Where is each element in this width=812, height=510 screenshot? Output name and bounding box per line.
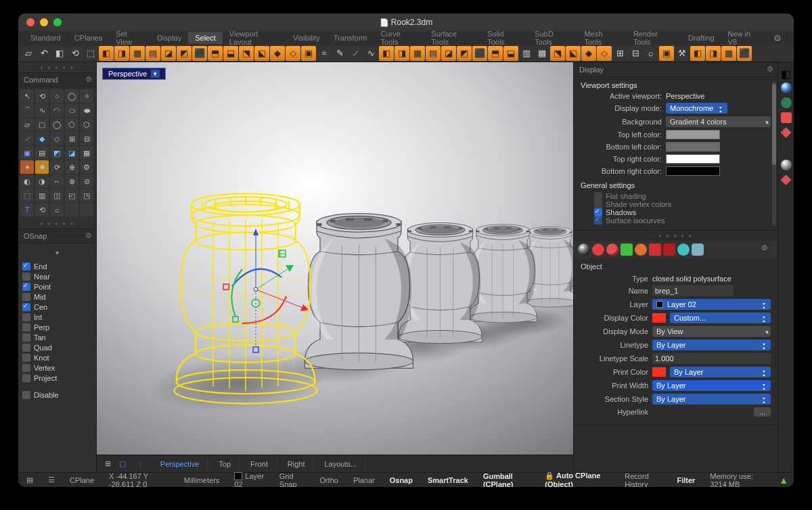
tool-button[interactable]: ◑ <box>35 175 49 188</box>
toolbar-button[interactable]: ▦ <box>130 46 145 61</box>
toolbar-button[interactable]: ⬒ <box>488 46 503 61</box>
tab-top[interactable]: Top <box>210 457 240 471</box>
material-icon[interactable] <box>663 244 675 256</box>
print-color-select[interactable]: By Layer <box>670 367 771 377</box>
background-select[interactable]: Gradient 4 colors <box>666 116 771 127</box>
toolbar-button[interactable]: ⬛ <box>192 46 207 61</box>
gear-icon[interactable]: ⚙ <box>85 75 92 84</box>
tool-button[interactable]: ◳ <box>80 189 93 202</box>
material-settings-icon[interactable]: ⚙ <box>761 244 773 256</box>
toolbar-button[interactable]: ◩ <box>177 46 191 61</box>
material-icon[interactable] <box>621 244 633 256</box>
tool-button[interactable]: ⬭ <box>65 103 78 117</box>
gumball-toggle[interactable]: Gumball (CPlane) <box>480 472 533 488</box>
tool-button[interactable]: ⌒ <box>20 103 34 117</box>
tool-button[interactable]: ◐ <box>20 175 34 188</box>
tool-button[interactable]: ◠ <box>50 103 64 117</box>
print-color-swatch[interactable] <box>652 367 666 377</box>
tool-button[interactable]: ⊗ <box>65 175 78 188</box>
smarttrack-toggle[interactable]: SmartTrack <box>425 476 471 484</box>
tool-button[interactable]: ◇ <box>50 132 64 145</box>
osnap-toggle[interactable]: Osnap <box>387 476 415 484</box>
toolbar-button[interactable]: ✎ <box>332 46 347 61</box>
section-style-select[interactable]: By Layer <box>652 394 771 404</box>
layer-select[interactable]: Layer 02 <box>652 299 771 310</box>
toolbar-button[interactable]: ◧ <box>379 46 394 61</box>
osnap-menu-icon[interactable]: ▾ <box>55 249 59 256</box>
display-check-shadows[interactable]: Shadows <box>594 208 771 216</box>
toolbar-button[interactable]: ◆ <box>270 46 285 61</box>
tool-button[interactable]: ✧ <box>80 89 93 103</box>
osnap-quad[interactable]: Quad <box>22 344 92 352</box>
tool-button[interactable]: ⟲ <box>35 203 49 216</box>
linetype-scale-input[interactable] <box>652 353 771 364</box>
tab-perspective[interactable]: Perspective <box>152 457 208 471</box>
display-color-swatch[interactable] <box>652 313 666 323</box>
toolbar-button[interactable]: ◨ <box>394 46 409 61</box>
status-icon[interactable]: ☰ <box>45 476 58 484</box>
toolbar-button[interactable]: ⌕ <box>644 46 658 61</box>
tool-button[interactable]: ✦ <box>20 160 34 174</box>
tab-front[interactable]: Front <box>242 457 277 471</box>
toolbar-button[interactable]: ◨ <box>114 46 129 61</box>
material-icon[interactable] <box>592 244 604 256</box>
toolbar-button[interactable]: ≈ <box>317 46 332 61</box>
panel-tab-icon[interactable] <box>781 83 792 93</box>
tool-button[interactable] <box>65 203 78 216</box>
tool-button[interactable]: ⟲ <box>35 89 49 103</box>
material-icon[interactable] <box>635 244 647 256</box>
toolbar-button[interactable]: ▦ <box>410 46 425 61</box>
toolbar-button[interactable]: ⊟ <box>628 46 643 61</box>
units-status[interactable]: Millimeters <box>181 476 223 484</box>
object-name-input[interactable] <box>652 285 734 296</box>
material-icon[interactable] <box>692 244 704 256</box>
planar-toggle[interactable]: Planar <box>351 476 378 484</box>
layer-status[interactable]: Layer 02 <box>231 472 267 488</box>
toolbar-button[interactable]: ▩ <box>535 46 549 61</box>
toolbar-button[interactable]: ▱ <box>21 46 36 61</box>
osnap-int[interactable]: Int <box>22 313 92 321</box>
bottom-left-color-swatch[interactable] <box>666 142 720 152</box>
tool-button[interactable]: ⌕ <box>50 203 64 216</box>
ortho-toggle[interactable]: Ortho <box>317 476 341 484</box>
material-icon[interactable] <box>606 244 618 256</box>
tool-button[interactable]: ⊟ <box>80 132 93 145</box>
tool-button[interactable]: ◩ <box>50 146 64 160</box>
tab-drafting[interactable]: Drafting <box>681 32 721 44</box>
tool-button[interactable]: ⟋ <box>20 132 34 145</box>
tab-select[interactable]: Select <box>188 32 223 44</box>
tool-button[interactable]: ∿ <box>35 103 49 117</box>
toolbar-button[interactable]: ◪ <box>441 46 456 61</box>
tab-standard[interactable]: Standard <box>24 32 68 44</box>
toolbar-button[interactable]: ⬒ <box>208 46 223 61</box>
tool-button[interactable]: ▣ <box>20 146 34 160</box>
osnap-knot[interactable]: Knot <box>22 354 92 362</box>
osnap-vertex[interactable]: Vertex <box>22 364 92 372</box>
tool-button[interactable]: ◆ <box>35 132 49 145</box>
auto-cplane-toggle[interactable]: 🔒 Auto CPlane (Object) <box>542 471 612 487</box>
panel-tab-icon[interactable]: ◧ <box>781 68 792 78</box>
cplane-status[interactable]: CPlane <box>67 476 97 484</box>
toolbar-button[interactable]: ◇ <box>597 46 612 61</box>
toolbar-button[interactable]: ⬔ <box>239 46 254 61</box>
tool-button[interactable]: ⬡ <box>80 118 93 131</box>
tab-layouts[interactable]: Layouts... <box>316 457 365 471</box>
tool-button[interactable]: ↖ <box>20 89 34 103</box>
tool-button[interactable]: T <box>20 203 34 216</box>
tool-button[interactable]: ○ <box>50 89 64 103</box>
gear-icon[interactable]: ⚙ <box>767 65 773 74</box>
filter-toggle[interactable]: Filter <box>674 476 698 484</box>
tool-button[interactable]: ▢ <box>35 118 49 131</box>
gear-icon[interactable]: ⚙ <box>85 231 92 240</box>
status-icon[interactable]: ▤ <box>24 476 36 484</box>
display-mode-select[interactable]: Monochrome <box>666 103 727 114</box>
record-history-toggle[interactable]: Record History <box>622 472 664 488</box>
osnap-near[interactable]: Near <box>22 273 92 281</box>
toolbar-button[interactable]: ▥ <box>519 46 534 61</box>
tool-button[interactable]: ⬚ <box>20 189 34 202</box>
toolbar-button[interactable]: ↶ <box>37 46 51 61</box>
tool-button[interactable]: ◰ <box>65 189 78 202</box>
scrollbar[interactable] <box>772 81 776 226</box>
viewport-single-icon[interactable]: ▢ <box>116 458 129 469</box>
viewport[interactable]: Perspective ▾ <box>97 62 573 472</box>
